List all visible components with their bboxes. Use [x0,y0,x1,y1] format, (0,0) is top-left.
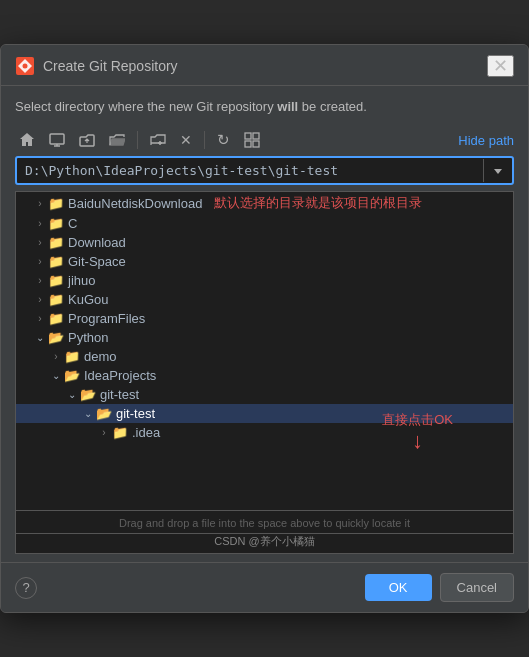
new-folder-button[interactable] [146,129,170,151]
expand-arrow: › [32,256,48,267]
folder-icon: 📂 [64,368,80,383]
tree-item[interactable]: ⌄ 📂 IdeaProjects [16,366,513,385]
refresh-icon: ↻ [217,131,230,149]
title-left: Create Git Repository [15,56,178,76]
expand-arrow: › [32,313,48,324]
tree-item-selected[interactable]: ⌄ 📂 git-test 直接点击OK ↓ [16,404,513,423]
toolbar-divider-2 [204,131,205,149]
bottom-bar: ? OK Cancel [1,562,528,612]
expand-arrow: › [32,294,48,305]
bottom-right: OK Cancel [365,573,514,602]
expand-arrow: › [96,427,112,438]
item-label: C [68,216,77,231]
delete-button[interactable]: ✕ [176,129,196,151]
item-label: git-test [100,387,139,402]
folder-icon: 📁 [48,196,64,211]
cancel-button[interactable]: Cancel [440,573,514,602]
item-label: Git-Space [68,254,126,269]
tree-item[interactable]: › 📁 ProgramFiles [16,309,513,328]
item-label: jihuo [68,273,95,288]
tree-item[interactable]: › 📁 Git-Space [16,252,513,271]
path-bar [15,156,514,185]
toolbar-divider-1 [137,131,138,149]
tree-item[interactable]: › 📁 Download [16,233,513,252]
svg-rect-5 [245,141,251,147]
item-label: Download [68,235,126,250]
expand-arrow: ⌄ [48,370,64,381]
folder-up-button[interactable] [75,129,99,151]
create-git-repository-dialog: Create Git Repository ✕ Select directory… [0,44,529,613]
svg-rect-6 [253,141,259,147]
home-button[interactable] [15,129,39,151]
tree-item[interactable]: › 📁 C [16,214,513,233]
subtitle-post: be created. [298,99,367,114]
watermark: CSDN @养个小橘猫 [15,534,514,554]
annotation-root-dir: 默认选择的目录就是该项目的根目录 [214,194,422,212]
subtitle: Select directory where the new Git repos… [1,86,528,124]
folder-icon: 📂 [48,330,64,345]
tree-item[interactable]: › 📁 demo [16,347,513,366]
item-label: BaiduNetdiskDownload [68,196,202,211]
title-bar: Create Git Repository ✕ [1,45,528,86]
path-dropdown-button[interactable] [483,159,512,182]
delete-icon: ✕ [180,132,192,148]
item-label: ProgramFiles [68,311,145,326]
folder-icon: 📁 [48,273,64,288]
ok-button[interactable]: OK [365,574,432,601]
hide-path-button[interactable]: Hide path [458,133,514,148]
svg-point-1 [23,63,28,68]
open-folder-button[interactable] [105,129,129,151]
chevron-down-icon [494,169,502,174]
file-tree[interactable]: › 📁 BaiduNetdiskDownload 默认选择的目录就是该项目的根目… [15,191,514,511]
expand-arrow: ⌄ [32,332,48,343]
annotation-click-ok: 直接点击OK [382,411,453,429]
subtitle-pre: Select directory where the new Git repos… [15,99,277,114]
subtitle-will: will [277,99,298,114]
tree-item[interactable]: ⌄ 📂 git-test [16,385,513,404]
item-label: git-test [116,406,155,421]
item-label: .idea [132,425,160,440]
tree-item[interactable]: › 📁 KuGou [16,290,513,309]
tree-item[interactable]: › 📁 BaiduNetdiskDownload 默认选择的目录就是该项目的根目… [16,192,513,214]
expand-arrow: › [32,218,48,229]
folder-icon: 📁 [112,425,128,440]
item-label: Python [68,330,108,345]
folder-icon: 📁 [48,254,64,269]
item-label: KuGou [68,292,108,307]
folder-icon: 📁 [48,235,64,250]
folder-icon: 📁 [48,216,64,231]
close-button[interactable]: ✕ [487,55,514,77]
computer-button[interactable] [45,129,69,151]
git-logo-icon [15,56,35,76]
tree-item[interactable]: › 📁 jihuo [16,271,513,290]
down-arrow-icon: ↓ [412,429,423,453]
svg-rect-2 [50,134,64,144]
drag-hint: Drag and drop a file into the space abov… [15,511,514,534]
expand-arrow: › [32,198,48,209]
item-label: IdeaProjects [84,368,156,383]
expand-button[interactable] [240,129,264,151]
path-input[interactable] [17,158,483,183]
tree-item[interactable]: ⌄ 📂 Python [16,328,513,347]
refresh-button[interactable]: ↻ [213,128,234,152]
dialog-title: Create Git Repository [43,58,178,74]
expand-arrow: ⌄ [64,389,80,400]
expand-arrow: › [32,237,48,248]
folder-icon: 📂 [96,406,112,421]
folder-icon: 📁 [64,349,80,364]
svg-rect-4 [253,133,259,139]
folder-icon: 📂 [80,387,96,402]
expand-arrow: › [32,275,48,286]
expand-arrow: › [48,351,64,362]
toolbar: ✕ ↻ Hide path [1,124,528,156]
help-button[interactable]: ? [15,577,37,599]
expand-arrow: ⌄ [80,408,96,419]
svg-rect-3 [245,133,251,139]
folder-icon: 📁 [48,311,64,326]
folder-icon: 📁 [48,292,64,307]
item-label: demo [84,349,117,364]
